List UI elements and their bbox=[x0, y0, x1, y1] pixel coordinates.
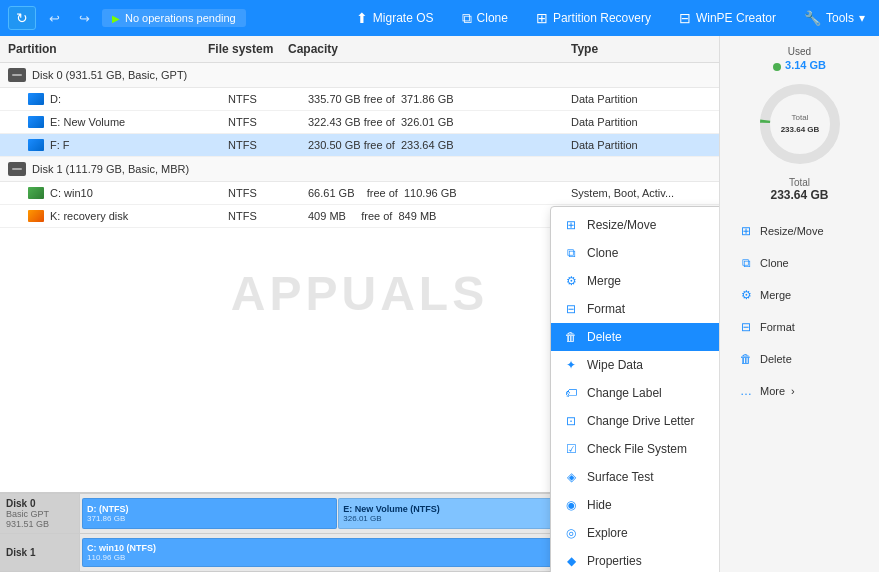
menu-label-label: Change Label bbox=[587, 386, 662, 400]
menu-item-properties[interactable]: ◆ Properties bbox=[551, 547, 719, 572]
menu-properties-label: Properties bbox=[587, 554, 642, 568]
menu-surface-label: Surface Test bbox=[587, 470, 653, 484]
resize-move-icon: ⊞ bbox=[563, 217, 579, 233]
menu-delete-label: Delete bbox=[587, 330, 622, 344]
partition-row-c[interactable]: C: win10 NTFS 66.61 GB free of 110.96 GB… bbox=[0, 182, 719, 205]
partition-c-icon bbox=[28, 187, 44, 199]
disk0-bar-e[interactable]: E: New Volume (NTFS) 326.01 GB bbox=[338, 498, 557, 529]
menu-item-hide[interactable]: ◉ Hide bbox=[551, 491, 719, 519]
total-label: Total bbox=[770, 177, 828, 188]
partition-recovery-button[interactable]: ⊞ Partition Recovery bbox=[530, 7, 657, 29]
partition-d-fs: NTFS bbox=[228, 93, 308, 105]
right-format-button[interactable]: ⊟ Format bbox=[730, 314, 869, 340]
disk1-label: Disk 1 (111.79 GB, Basic, MBR) bbox=[32, 163, 189, 175]
clone-menu-icon: ⧉ bbox=[563, 245, 579, 261]
menu-item-wipe[interactable]: ✦ Wipe Data bbox=[551, 351, 719, 379]
right-resize-icon: ⊞ bbox=[738, 223, 754, 239]
disk1-bar-label: Disk 1 bbox=[0, 534, 80, 571]
right-panel: Used 3.14 GB Total 233.64 GB Total 233.6… bbox=[719, 36, 879, 572]
disk1-bar-name: Disk 1 bbox=[6, 547, 73, 558]
right-merge-label: Merge bbox=[760, 289, 791, 301]
right-delete-button[interactable]: 🗑 Delete bbox=[730, 346, 869, 372]
menu-item-merge[interactable]: ⚙ Merge bbox=[551, 267, 719, 295]
menu-item-check-fs[interactable]: ☑ Check File System bbox=[551, 435, 719, 463]
partition-e-fs: NTFS bbox=[228, 116, 308, 128]
partition-row-f[interactable]: F: F NTFS 230.50 GB free of 233.64 GB Da… bbox=[0, 134, 719, 157]
menu-item-surface[interactable]: ◈ Surface Test bbox=[551, 463, 719, 491]
clone-button[interactable]: ⧉ Clone bbox=[456, 7, 514, 30]
right-delete-icon: 🗑 bbox=[738, 351, 754, 367]
disk0-e-size: 326.01 GB bbox=[343, 514, 552, 523]
partition-d-type: Data Partition bbox=[571, 93, 711, 105]
winpe-label: WinPE Creator bbox=[696, 11, 776, 25]
right-resize-button[interactable]: ⊞ Resize/Move bbox=[730, 218, 869, 244]
wipe-icon: ✦ bbox=[563, 357, 579, 373]
menu-merge-label: Merge bbox=[587, 274, 621, 288]
disk1-icon bbox=[8, 162, 26, 176]
drive-letter-icon: ⊡ bbox=[563, 413, 579, 429]
partition-k-name: K: recovery disk bbox=[50, 210, 128, 222]
menu-item-label[interactable]: 🏷 Change Label bbox=[551, 379, 719, 407]
partition-c-type: System, Boot, Activ... bbox=[571, 187, 711, 199]
right-format-label: Format bbox=[760, 321, 795, 333]
properties-icon: ◆ bbox=[563, 553, 579, 569]
partition-f-fs: NTFS bbox=[228, 139, 308, 151]
menu-item-format[interactable]: ⊟ Format bbox=[551, 295, 719, 323]
menu-drive-letter-label: Change Drive Letter bbox=[587, 414, 694, 428]
partition-row-d[interactable]: D: NTFS 335.70 GB free of 371.86 GB Data… bbox=[0, 88, 719, 111]
header-filesystem: File system bbox=[208, 42, 288, 56]
undo-button[interactable]: ↩ bbox=[42, 6, 66, 30]
partition-c-capacity: 66.61 GB free of 110.96 GB bbox=[308, 187, 571, 199]
svg-text:233.64 GB: 233.64 GB bbox=[780, 125, 819, 134]
redo-button[interactable]: ↪ bbox=[72, 6, 96, 30]
menu-item-delete[interactable]: 🗑 Delete bbox=[551, 323, 719, 351]
right-format-icon: ⊟ bbox=[738, 319, 754, 335]
menu-resize-label: Resize/Move bbox=[587, 218, 656, 232]
pending-operations: ▶ No operations pending bbox=[102, 9, 246, 27]
menu-item-resize[interactable]: ⊞ Resize/Move bbox=[551, 211, 719, 239]
partition-e-name: E: New Volume bbox=[50, 116, 125, 128]
disk0-icon bbox=[8, 68, 26, 82]
disk1-bar-c[interactable]: C: win10 (NTFS) 110.96 GB bbox=[82, 538, 583, 567]
disk0-header: Disk 0 (931.51 GB, Basic, GPT) bbox=[0, 63, 719, 88]
pending-label: No operations pending bbox=[125, 12, 236, 24]
disk0-bar-size: 931.51 GB bbox=[6, 519, 73, 529]
toolbar-right: ⬆ Migrate OS ⧉ Clone ⊞ Partition Recover… bbox=[350, 7, 871, 30]
menu-format-label: Format bbox=[587, 302, 625, 316]
menu-item-drive-letter[interactable]: ⊡ Change Drive Letter bbox=[551, 407, 719, 435]
menu-wipe-label: Wipe Data bbox=[587, 358, 643, 372]
migrate-os-button[interactable]: ⬆ Migrate OS bbox=[350, 7, 440, 29]
partition-e-capacity: 322.43 GB free of 326.01 GB bbox=[308, 116, 571, 128]
right-more-button[interactable]: … More › bbox=[730, 378, 869, 404]
disk0-bar-type: Basic GPT bbox=[6, 509, 73, 519]
refresh-button[interactable]: ↻ bbox=[8, 6, 36, 30]
menu-check-fs-label: Check File System bbox=[587, 442, 687, 456]
context-menu: ⊞ Resize/Move ⧉ Clone ⚙ Merge ⊟ Format 🗑… bbox=[550, 206, 719, 572]
partition-k-capacity: 409 MB free of 849 MB bbox=[308, 210, 571, 222]
partition-d-name: D: bbox=[50, 93, 61, 105]
menu-item-clone[interactable]: ⧉ Clone bbox=[551, 239, 719, 267]
winpe-creator-button[interactable]: ⊟ WinPE Creator bbox=[673, 7, 782, 29]
total-value: 233.64 GB bbox=[770, 188, 828, 202]
partition-f-icon bbox=[28, 139, 44, 151]
right-merge-button[interactable]: ⚙ Merge bbox=[730, 282, 869, 308]
tools-button[interactable]: 🔧 Tools ▾ bbox=[798, 7, 871, 29]
menu-clone-label: Clone bbox=[587, 246, 618, 260]
menu-hide-label: Hide bbox=[587, 498, 612, 512]
right-clone-icon: ⧉ bbox=[738, 255, 754, 271]
partition-k-fs: NTFS bbox=[228, 210, 308, 222]
menu-explore-label: Explore bbox=[587, 526, 628, 540]
menu-item-explore[interactable]: ◎ Explore bbox=[551, 519, 719, 547]
partition-row-e[interactable]: E: New Volume NTFS 322.43 GB free of 326… bbox=[0, 111, 719, 134]
right-delete-label: Delete bbox=[760, 353, 792, 365]
disk0-bar-name: Disk 0 bbox=[6, 498, 73, 509]
disk1-c-name: C: win10 (NTFS) bbox=[87, 543, 578, 553]
disk0-bar-d[interactable]: D: (NTFS) 371.86 GB bbox=[82, 498, 337, 529]
right-clone-button[interactable]: ⧉ Clone bbox=[730, 250, 869, 276]
tools-icon: 🔧 bbox=[804, 10, 821, 26]
migrate-os-label: Migrate OS bbox=[373, 11, 434, 25]
right-more-icon: … bbox=[738, 383, 754, 399]
header-type: Type bbox=[571, 42, 711, 56]
svg-point-0 bbox=[765, 89, 835, 159]
merge-icon: ⚙ bbox=[563, 273, 579, 289]
